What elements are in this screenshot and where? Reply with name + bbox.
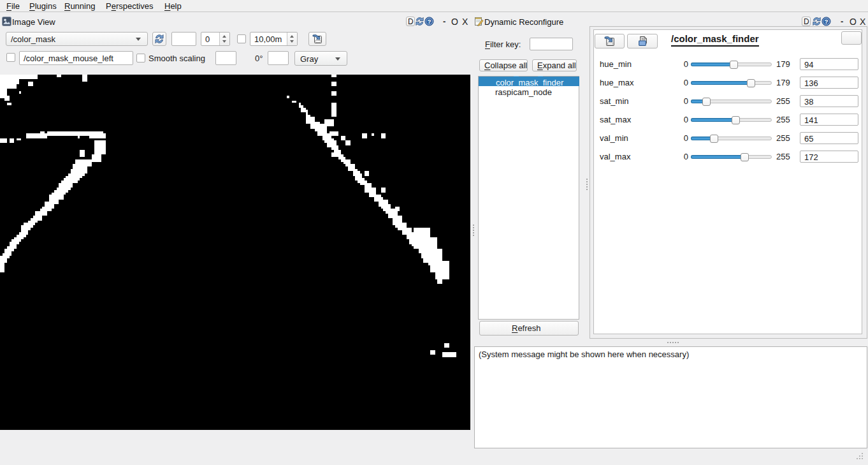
svg-text:?: ?	[428, 18, 431, 25]
svg-text:?: ?	[825, 18, 828, 25]
